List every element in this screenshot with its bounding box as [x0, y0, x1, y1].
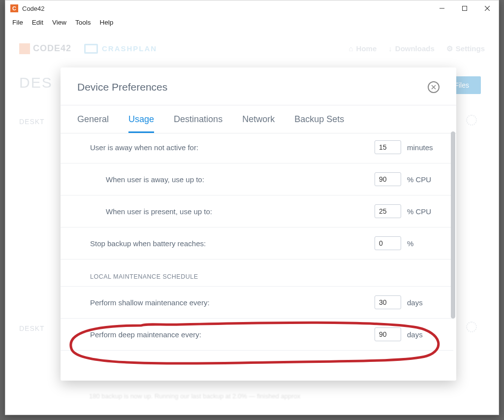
titlebar: C Code42 [5, 0, 499, 16]
unit-days: days [407, 298, 436, 307]
background-status-text: 180 backup is now up. Running our last b… [89, 392, 300, 400]
menubar: File Edit View Tools Help [5, 16, 499, 31]
menu-help[interactable]: Help [100, 19, 114, 26]
nav-home[interactable]: ⌂ Home [349, 44, 377, 53]
tab-usage[interactable]: Usage [128, 105, 154, 133]
row-deep-maintenance: Perform deep maintenance every: days [61, 319, 453, 351]
row-cpu-present: When user is present, use up to: % CPU [61, 195, 453, 227]
label-deep-maintenance: Perform deep maintenance every: [90, 330, 201, 339]
tab-backup-sets[interactable]: Backup Sets [294, 105, 344, 133]
input-deep-days[interactable] [375, 327, 401, 341]
svg-rect-1 [463, 6, 467, 11]
input-cpu-away[interactable] [375, 172, 401, 186]
unit-percent-cpu: % CPU [407, 175, 436, 184]
menu-file[interactable]: File [12, 19, 23, 26]
unit-percent-cpu: % CPU [407, 207, 436, 216]
modal-header: Device Preferences [61, 67, 456, 105]
row-shallow-maintenance: Perform shallow maintenance every: days [61, 287, 453, 319]
label-cpu-present: When user is present, use up to: [106, 207, 212, 216]
row-user-away: User is away when not active for: minute… [61, 133, 453, 163]
minimize-button[interactable] [431, 0, 453, 16]
menu-view[interactable]: View [52, 19, 66, 26]
input-user-away-minutes[interactable] [375, 140, 401, 154]
unit-days: days [407, 330, 436, 339]
nav-downloads[interactable]: ↓ Downloads [388, 44, 435, 53]
gear-icon [466, 322, 477, 332]
background-header: CODE42 CRASHPLAN ⌂ Home ↓ Downloads ⚙ Se… [5, 35, 499, 62]
modal-tabs: General Usage Destinations Network Backu… [61, 105, 456, 133]
device-preferences-modal: Device Preferences General Usage Destina… [61, 67, 456, 381]
background-nav: ⌂ Home ↓ Downloads ⚙ Settings [349, 44, 485, 53]
app-icon: C [10, 4, 18, 12]
window-controls [431, 0, 499, 16]
section-local-maintenance: LOCAL MAINTENANCE SCHEDULE [61, 259, 453, 287]
unit-percent: % [407, 239, 436, 248]
app-window: C Code42 File Edit View Tools Help CODE4… [5, 0, 499, 415]
code42-logo: CODE42 [19, 43, 71, 54]
input-cpu-present[interactable] [375, 204, 401, 218]
modal-body: User is away when not active for: minute… [61, 133, 456, 381]
menu-tools[interactable]: Tools [75, 19, 91, 26]
vertical-scrollbar-thumb[interactable] [451, 131, 455, 319]
background-section-label-2: DESKT [19, 324, 45, 332]
label-battery: Stop backup when battery reaches: [90, 239, 206, 248]
label-user-away: User is away when not active for: [90, 143, 198, 152]
label-cpu-away: When user is away, use up to: [106, 175, 204, 184]
maximize-button[interactable] [453, 0, 476, 16]
settings-scroll-area[interactable]: User is away when not active for: minute… [61, 133, 456, 381]
tab-general[interactable]: General [77, 105, 109, 133]
menu-edit[interactable]: Edit [32, 19, 43, 26]
crashplan-logo: CRASHPLAN [84, 44, 157, 54]
modal-close-button[interactable] [428, 81, 440, 93]
tab-destinations[interactable]: Destinations [174, 105, 222, 133]
close-button[interactable] [476, 0, 499, 16]
app-title: Code42 [22, 5, 45, 12]
background-page-title: DES [19, 74, 53, 91]
gear-icon [466, 115, 477, 126]
row-cpu-away: When user is away, use up to: % CPU [61, 163, 453, 195]
label-shallow-maintenance: Perform shallow maintenance every: [90, 298, 210, 307]
input-battery-percent[interactable] [375, 236, 401, 250]
background-section-label-1: DESKT [19, 118, 45, 126]
tab-network[interactable]: Network [242, 105, 275, 133]
input-shallow-days[interactable] [375, 295, 401, 309]
modal-title: Device Preferences [77, 81, 167, 93]
unit-minutes: minutes [407, 143, 436, 152]
row-battery: Stop backup when battery reaches: % [61, 227, 453, 259]
nav-settings[interactable]: ⚙ Settings [446, 44, 485, 53]
